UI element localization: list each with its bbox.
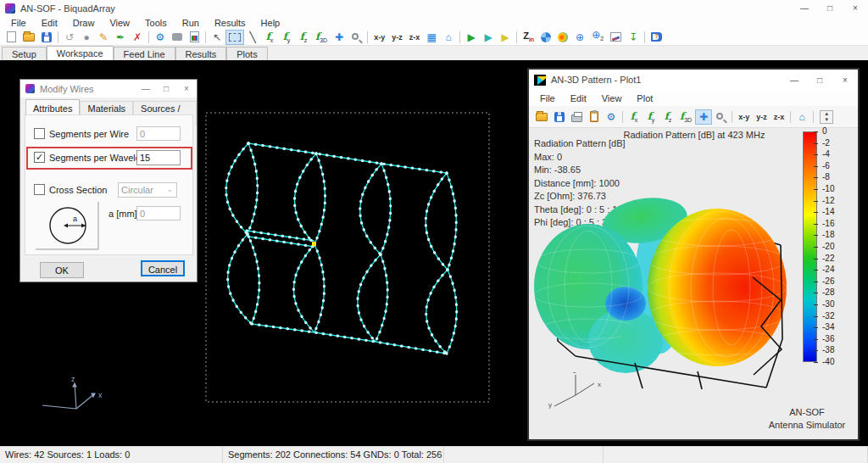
print-button[interactable] (568, 109, 586, 125)
ok-button[interactable]: OK (40, 262, 84, 278)
save-pattern-button[interactable] (551, 109, 568, 125)
menu-file[interactable]: File (3, 18, 34, 28)
rotate-3d-button[interactable]: f3D (312, 30, 331, 45)
cross-section-select[interactable]: Circular ⌄ (118, 182, 177, 198)
undo-button[interactable]: ↺ (61, 30, 78, 45)
menu-tools[interactable]: Tools (137, 18, 175, 28)
far-field-3d-button[interactable] (554, 30, 571, 45)
run-near-field-button[interactable]: ▶ (497, 30, 514, 45)
move-view-button[interactable]: ✚ (695, 109, 712, 125)
pattern-menu-edit[interactable]: Edit (563, 93, 594, 103)
radiation-pattern-button[interactable] (537, 30, 554, 45)
preferences-button[interactable]: ⚙ (152, 30, 169, 45)
spinner-down-icon[interactable]: ▼ (821, 117, 832, 123)
menu-draw[interactable]: Draw (65, 18, 103, 28)
zoom-button[interactable] (348, 30, 364, 45)
draw-line-button[interactable]: ╲ (244, 30, 261, 45)
menu-results[interactable]: Results (207, 18, 253, 28)
view-zx-button[interactable]: z-x (771, 109, 788, 125)
view-yz-label: y-z (392, 33, 403, 42)
menu-run[interactable]: Run (175, 18, 207, 28)
rotate-z-button[interactable]: fz (295, 30, 312, 45)
dialog-titlebar[interactable]: Modify Wires — □ × (20, 80, 197, 98)
view-yz-button[interactable]: y-z (753, 109, 771, 125)
rotate-y-button[interactable]: fy (278, 30, 295, 45)
main-titlebar[interactable]: AN-SOF - BiquadArray — □ × (0, 0, 868, 16)
select-rectangle-button[interactable] (225, 30, 244, 45)
minimize-button[interactable]: — (792, 0, 817, 16)
menu-edit[interactable]: Edit (34, 18, 65, 28)
view-xy-button[interactable]: x-y (735, 109, 753, 125)
move-view-button[interactable]: ✚ (331, 30, 348, 45)
home-view-button[interactable]: ⌂ (793, 109, 810, 125)
run-far-field-button[interactable]: ▶ (480, 30, 497, 45)
copy-button[interactable] (586, 109, 603, 125)
open-project-button[interactable] (19, 30, 38, 45)
view-xy-button[interactable]: x-y (370, 30, 388, 45)
view-yz-button[interactable]: y-z (388, 30, 406, 45)
tab-workspace[interactable]: Workspace (47, 46, 114, 60)
home-view-button[interactable]: ⌂ (440, 30, 457, 45)
run-currents-button[interactable]: ▶ (463, 30, 480, 45)
report-button[interactable] (186, 30, 203, 45)
new-file-button[interactable] (3, 30, 19, 45)
segments-per-wire-checkbox[interactable] (34, 128, 45, 139)
tab-results[interactable]: Results (175, 47, 227, 60)
pattern-maximize-button[interactable]: □ (807, 70, 832, 90)
pointer-button[interactable]: ↖ (209, 30, 225, 45)
dialog-maximize-button[interactable]: □ (156, 80, 176, 98)
segments-per-wavelength-input[interactable] (136, 150, 181, 165)
segments-per-wire-input[interactable] (136, 126, 181, 141)
modify-wires-dialog[interactable]: Modify Wires — □ × AttributesMaterialsSo… (19, 79, 198, 282)
scale-spinner-button[interactable]: ▲▼ (816, 109, 837, 125)
input-impedance-button[interactable]: Zin (520, 30, 537, 45)
pattern-menu-view[interactable]: View (594, 93, 630, 103)
close-button[interactable]: × (843, 0, 868, 16)
rotate-x-button[interactable]: fx (261, 30, 278, 45)
cancel-button[interactable]: Cancel (141, 260, 185, 276)
pattern-titlebar[interactable]: AN-3D Pattern - Plot1 — □ × (529, 70, 858, 90)
cross-section-checkbox[interactable] (34, 184, 45, 195)
colorbar-tick-label: -38 (822, 345, 834, 354)
tab-feed-line[interactable]: Feed Line (114, 47, 175, 60)
segments-per-wavelength-checkbox[interactable]: ✓ (34, 152, 45, 163)
view-zx-button[interactable]: z-x (406, 30, 424, 45)
rotate-z-button[interactable]: fz (659, 109, 676, 125)
menu-help[interactable]: Help (253, 18, 288, 28)
wire-color-button[interactable]: ✒ (112, 30, 129, 45)
maximize-button[interactable]: □ (817, 0, 843, 16)
delete-wire-button[interactable]: ✗ (129, 30, 146, 45)
help-button[interactable] (648, 30, 665, 45)
save-project-button[interactable] (38, 30, 55, 45)
pattern-plot-area[interactable]: Radiation Pattern [dB] at 423 MHz Radiat… (529, 128, 858, 439)
plot-results-button[interactable] (607, 30, 625, 45)
export-results-button[interactable]: ↧ (625, 30, 642, 45)
colorbar-tick-label: 0 (822, 126, 827, 136)
tab-plots[interactable]: Plots (226, 47, 267, 60)
rotate-x-button[interactable]: fx (626, 109, 643, 125)
point-button[interactable]: ● (78, 30, 95, 45)
source-marker[interactable] (312, 242, 316, 246)
pattern-menu-file[interactable]: File (532, 93, 563, 103)
fit-view-button[interactable]: ▦ (423, 30, 440, 45)
dialog-minimize-button[interactable]: — (136, 80, 156, 98)
settings-button[interactable]: ⚙ (603, 109, 620, 125)
rotate-3d-button[interactable]: f3D (676, 109, 695, 125)
pattern-close-button[interactable]: × (832, 70, 858, 90)
smith-chart-2-button[interactable]: ⊕2 (588, 30, 607, 45)
dialog-close-button[interactable]: × (176, 80, 197, 98)
open-pattern-button[interactable] (532, 109, 551, 125)
pattern-menu-plot[interactable]: Plot (629, 93, 660, 103)
tab-setup[interactable]: Setup (2, 47, 47, 60)
radius-input[interactable] (136, 206, 181, 220)
pattern-window[interactable]: AN-3D Pattern - Plot1 — □ × FileEditView… (527, 68, 860, 441)
menu-view[interactable]: View (102, 18, 137, 28)
edit-wire-button[interactable]: ✎ (95, 30, 112, 45)
comment-button[interactable] (169, 30, 186, 45)
smith-chart-button[interactable]: ⊕ (571, 30, 588, 45)
scale-spinner-icon[interactable]: ▲▼ (820, 110, 833, 124)
zoom-button[interactable] (712, 109, 729, 125)
spinner-up-icon[interactable]: ▲ (821, 111, 832, 117)
rotate-y-button[interactable]: fy (643, 109, 659, 125)
pattern-minimize-button[interactable]: — (782, 70, 807, 90)
